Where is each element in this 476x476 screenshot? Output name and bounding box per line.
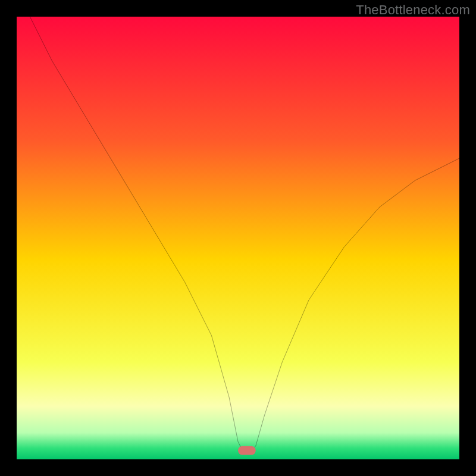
watermark-label: TheBottleneck.com bbox=[356, 2, 470, 18]
optimal-marker bbox=[238, 446, 256, 455]
gradient-background bbox=[17, 17, 459, 459]
chart-frame: TheBottleneck.com bbox=[0, 0, 476, 476]
bottleneck-chart bbox=[17, 17, 459, 459]
